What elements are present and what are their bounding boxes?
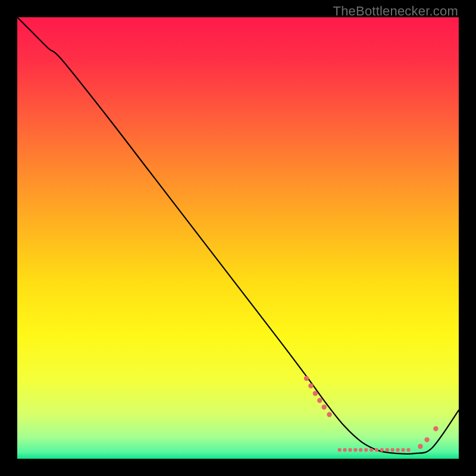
chart-marker [386,448,389,452]
chart-marker [391,448,394,452]
chart-stage: TheBottlenecker.com [0,0,476,476]
chart-marker [317,398,322,403]
chart-marker [313,391,318,396]
chart-marker [375,448,378,452]
chart-svg [17,17,459,459]
watermark-text: TheBottlenecker.com [333,4,458,19]
chart-marker [369,448,373,452]
chart-line-series [17,17,459,454]
chart-marker [308,383,313,388]
chart-marker [327,412,331,417]
chart-marker [304,376,309,381]
chart-marker [396,448,400,452]
chart-markers [304,376,439,452]
chart-marker [406,448,410,452]
chart-marker [343,448,346,452]
chart-marker [359,448,362,452]
chart-marker [364,448,368,452]
chart-marker [418,444,422,449]
chart-marker [401,448,405,452]
chart-marker [348,448,352,452]
chart-marker [338,448,342,452]
chart-marker [424,437,429,442]
chart-marker [433,426,438,431]
chart-marker [353,448,357,452]
chart-marker [380,448,384,452]
chart-marker [321,405,326,409]
